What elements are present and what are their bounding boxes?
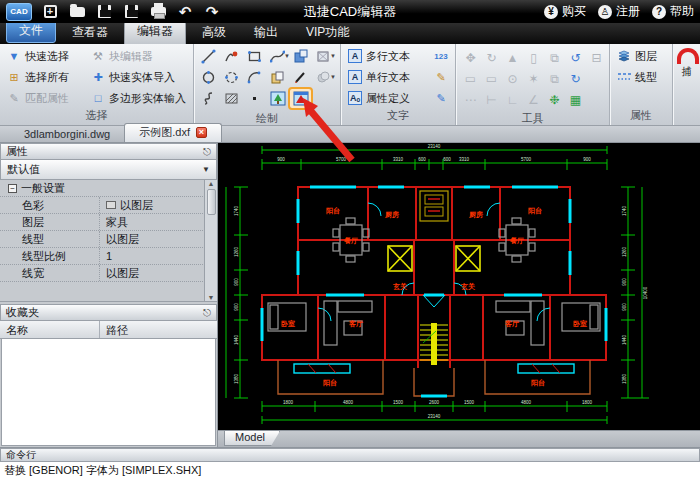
copy-tool-button[interactable]: ⧉ xyxy=(544,47,565,68)
scroll-thumb[interactable] xyxy=(207,189,216,215)
wipeout-tool-button[interactable]: ▼ xyxy=(313,68,334,87)
layer-button[interactable]: 图层 xyxy=(614,47,660,65)
svg-text:1260: 1260 xyxy=(622,246,627,257)
property-row-ltscale[interactable]: 线型比例 1 xyxy=(0,248,217,265)
table-tool-button[interactable]: ▦ xyxy=(565,89,586,110)
fillet-tool-button[interactable]: ∟ xyxy=(502,89,523,110)
array-tool-button[interactable]: ⧉ xyxy=(544,68,565,89)
tab-shilitu-active[interactable]: 示例图.dxf × xyxy=(124,123,222,142)
quick-select-button[interactable]: ▼快速选择 xyxy=(4,47,88,65)
block-editor-button[interactable]: ⚒块编辑器 xyxy=(88,47,189,65)
scroll-up-icon[interactable]: ▲ xyxy=(208,180,215,187)
line-icon xyxy=(201,49,216,64)
mirror-tool-button[interactable]: ▲ xyxy=(502,47,523,68)
preset-dropdown[interactable]: 默认值 ▼ xyxy=(0,160,217,180)
erase-icon: ▯ xyxy=(530,51,537,65)
image-insert-button[interactable] xyxy=(267,89,288,108)
redo-icon: ↷ xyxy=(206,3,219,21)
scroll-down-icon[interactable]: ▼ xyxy=(208,294,215,301)
drawing-area[interactable]: 23140 900 5700 3310 600 600 3310 5700 90… xyxy=(218,143,700,430)
stamp-tool-button[interactable]: ▼ xyxy=(313,47,334,66)
menu-vip[interactable]: VIP功能 xyxy=(294,22,361,44)
register-button[interactable]: ♙注册 xyxy=(598,3,640,20)
buy-button[interactable]: ¥购买 xyxy=(544,3,586,20)
polygon-entity-input-button[interactable]: □多边形实体输入 xyxy=(88,89,189,107)
linetype-button[interactable]: 线型 xyxy=(614,68,660,86)
stext-button[interactable]: A单行文本 xyxy=(345,68,431,86)
properties-table: −一般设置 色彩 以图层 图层 家具 线型 以图层 线型比例 1 线宽 以图层 xyxy=(0,180,217,302)
align-icon: ⊢ xyxy=(486,93,496,107)
undo-redo-tool-button[interactable]: ↻ xyxy=(565,68,586,89)
save-button[interactable] xyxy=(95,4,113,20)
line-tool-button[interactable] xyxy=(198,47,219,66)
undo-button[interactable]: ↶ xyxy=(176,4,194,20)
pen-tool-button[interactable] xyxy=(290,68,311,87)
attr-def-button[interactable]: Aₒ属性定义 xyxy=(345,89,431,107)
tab-3dlamborgini[interactable]: 3dlamborgini.dwg xyxy=(10,127,124,142)
command-line-text[interactable]: 替换 [GBENOR] 字体为 [SIMPLEX.SHX] xyxy=(0,462,700,479)
favorites-list[interactable] xyxy=(1,339,216,446)
command-line-panel: 命令行 替换 [GBENOR] 字体为 [SIMPLEX.SHX] xyxy=(0,447,700,479)
new-file-button[interactable]: + xyxy=(41,4,59,20)
model-tab[interactable]: Model xyxy=(224,431,280,446)
hatch-tool-button[interactable] xyxy=(221,89,242,108)
command-line-header[interactable]: 命令行 xyxy=(0,448,700,462)
menu-output[interactable]: 输出 xyxy=(242,22,290,44)
chamfer-tool-button[interactable]: ∠ xyxy=(523,89,544,110)
copy-object-button[interactable] xyxy=(267,68,288,87)
donut-tool-button[interactable] xyxy=(221,68,242,87)
erase-tool-button[interactable]: ▯ xyxy=(523,47,544,68)
text-number-button[interactable]: 123 xyxy=(431,47,451,65)
panel-tool-button[interactable]: ⊟ xyxy=(586,47,607,68)
mtext-button[interactable]: A多行文本 xyxy=(345,47,431,65)
arc-tool-button[interactable] xyxy=(244,68,265,87)
property-row-linetype[interactable]: 线型 以图层 xyxy=(0,231,217,248)
favorites-col-path[interactable]: 路径 xyxy=(100,321,134,338)
svg-text:阳台: 阳台 xyxy=(528,207,542,215)
polyline-tool-button[interactable] xyxy=(221,47,242,66)
block-editor-icon: ⚒ xyxy=(91,49,105,63)
left-panel: 属性 ⎋ 默认值 ▼ −一般设置 色彩 以图层 图层 家具 线型 以图层 xyxy=(0,143,218,447)
open-file-button[interactable] xyxy=(68,4,86,20)
circle-tool-button[interactable] xyxy=(198,68,219,87)
print-button[interactable] xyxy=(149,4,167,20)
save-as-button[interactable] xyxy=(122,4,140,20)
quick-entity-import-button[interactable]: ✚快速实体导入 xyxy=(88,68,189,86)
explode-tool-button[interactable]: ✶ xyxy=(523,68,544,89)
paste-tool-button[interactable]: ▭ xyxy=(460,68,481,89)
close-tab-button[interactable]: × xyxy=(196,127,207,138)
pin-icon[interactable]: ⎋ xyxy=(203,146,211,158)
measure-tool-button[interactable]: ⋯ xyxy=(460,89,481,110)
move-tool-button[interactable]: ✥ xyxy=(460,47,481,68)
text-style-button[interactable]: ✎ xyxy=(431,89,451,107)
text-edit-button[interactable]: ✎ xyxy=(431,68,451,86)
spline-tool-button[interactable]: ▼ xyxy=(267,47,288,66)
property-row-layer[interactable]: 图层 家具 xyxy=(0,214,217,231)
help-button[interactable]: ?帮助 xyxy=(652,3,694,20)
rotate-tool-button[interactable]: ↻ xyxy=(481,47,502,68)
align-tool-button[interactable]: ⊢ xyxy=(481,89,502,110)
collapse-icon[interactable]: − xyxy=(8,184,17,193)
rectangle-tool-button[interactable] xyxy=(244,47,265,66)
point-tool-button[interactable] xyxy=(244,89,265,108)
favorites-col-name[interactable]: 名称 xyxy=(0,321,100,338)
property-row-color[interactable]: 色彩 以图层 xyxy=(0,197,217,214)
property-row-lineweight[interactable]: 线宽 以图层 xyxy=(0,265,217,282)
properties-scrollbar[interactable]: ▲ ▼ xyxy=(204,180,217,301)
zoom-tool-button[interactable]: ⊙ xyxy=(502,68,523,89)
revision-cloud-button[interactable] xyxy=(198,89,219,108)
menu-advanced[interactable]: 高级 xyxy=(190,22,238,44)
property-group-row[interactable]: −一般设置 xyxy=(0,180,217,197)
cad-canvas[interactable]: 23140 900 5700 3310 600 600 3310 5700 90… xyxy=(218,143,700,447)
paste2-tool-button[interactable]: ▭ xyxy=(481,68,502,89)
menu-viewer[interactable]: 查看器 xyxy=(60,22,120,44)
raster-image-button[interactable] xyxy=(290,89,311,108)
menu-editor[interactable]: 编辑器 xyxy=(124,20,186,44)
block-insert-button[interactable] xyxy=(290,47,311,66)
group-tool-button[interactable]: ❉ xyxy=(544,89,565,110)
pin-icon[interactable]: ⎋ xyxy=(203,307,211,319)
redo-button[interactable]: ↷ xyxy=(203,4,221,20)
refresh-tool-button[interactable]: ↺ xyxy=(565,47,586,68)
select-all-button[interactable]: ⊞选择所有 xyxy=(4,68,88,86)
match-properties-button[interactable]: ✎匹配属性 xyxy=(4,89,88,107)
